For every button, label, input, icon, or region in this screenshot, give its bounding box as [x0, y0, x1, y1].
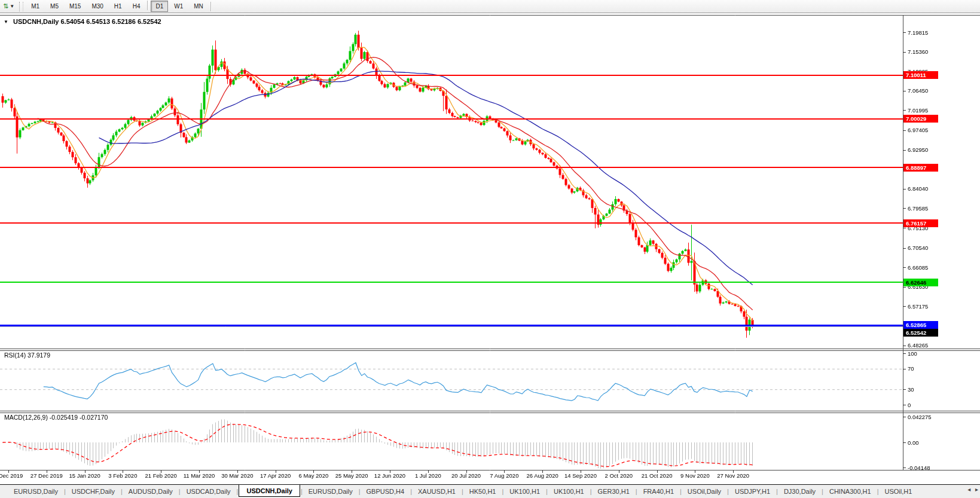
timeframe-button-m1[interactable]: M1 [26, 1, 44, 12]
tab-separator: | [502, 488, 503, 495]
date-axis-label: 2 Oct 2020 [605, 472, 633, 479]
price-axis-tick-label: 7.01995 [908, 107, 928, 114]
tab-separator: | [776, 488, 778, 495]
support-price-tag[interactable]: 6.52865 [903, 321, 938, 329]
current-price-price-tag[interactable]: 6.52542 [903, 329, 938, 337]
tab-separator: | [546, 488, 548, 495]
tab-separator: | [410, 488, 412, 495]
chart-symbol-label: USDCNH,Daily [13, 18, 59, 25]
dropdown-caret-icon[interactable]: ▼ [10, 4, 14, 9]
symbol-dropdown-icon[interactable]: ▼ [4, 19, 8, 25]
tab-separator: | [359, 488, 361, 495]
timeframe-button-mn[interactable]: MN [189, 1, 208, 12]
price-chart-canvas[interactable] [0, 0, 980, 498]
chart-tab[interactable]: CHINA300,H1 [824, 486, 877, 497]
timeframe-button-d1[interactable]: D1 [151, 1, 168, 12]
timeframe-button-m30[interactable]: M30 [87, 1, 108, 12]
price-axis-tick-label: 6.70540 [908, 245, 928, 251]
date-axis-label: 20 Jul 2020 [451, 472, 481, 479]
chart-tab[interactable]: UK100,H1 [548, 486, 590, 497]
price-axis-tick-label: 6.79585 [908, 205, 928, 212]
chart-tab[interactable]: USOil,H1 [880, 486, 918, 497]
tab-separator: | [121, 488, 123, 495]
tab-separator: | [636, 488, 637, 495]
price-axis-tick-label: 7.15360 [908, 48, 928, 55]
timeframe-button-m5[interactable]: M5 [45, 1, 63, 12]
chart-tab[interactable]: USOil,Daily [682, 486, 726, 497]
tab-separator: | [822, 488, 823, 495]
tab-scroll-left-icon[interactable]: ◂ [967, 486, 970, 493]
timeframe-button-h1[interactable]: H1 [109, 1, 127, 12]
date-axis-label: 25 May 2020 [335, 472, 368, 479]
date-axis-label: 15 Jan 2020 [69, 472, 100, 479]
timeframe-button-h4[interactable]: H4 [128, 1, 145, 12]
price-axis-tick-label: 6.92950 [908, 146, 928, 153]
tab-separator: | [64, 488, 66, 495]
tab-separator: | [590, 488, 592, 495]
resistance-price-tag[interactable]: 6.88897 [903, 164, 938, 172]
chart-tab[interactable]: DJ30,Daily [778, 486, 821, 497]
timeframe-buttons: M1M5M15M30H1H4D1W1MN [26, 1, 209, 12]
price-axis-tick-label: 6.97405 [908, 127, 928, 133]
date-axis-label: 21 Feb 2020 [145, 472, 177, 479]
date-axis-label: 3 Feb 2020 [108, 472, 137, 479]
chart-tab[interactable]: UK100,H1 [504, 486, 545, 497]
tab-separator: | [727, 488, 729, 495]
chart-tab[interactable]: USDJPY,H1 [729, 486, 776, 497]
chart-tab[interactable]: USDCAD,Daily [181, 486, 236, 497]
tab-separator: | [237, 488, 239, 495]
price-axis-tick-label: 7.06450 [908, 87, 928, 94]
date-axis-label: 1 Jul 2020 [415, 472, 441, 479]
date-axis-label: 21 Oct 2020 [642, 472, 673, 479]
price-axis-tick-label: 6.57175 [908, 303, 928, 310]
price-axis-tick-label: 6.84040 [908, 185, 928, 192]
chart-tab[interactable]: GER30,H1 [593, 486, 635, 497]
macd-axis-tick-label: -0.04148 [908, 465, 930, 471]
resistance-price-tag[interactable]: 7.00029 [903, 115, 938, 123]
chart-tool-icon[interactable]: ⇅ [3, 2, 8, 10]
chart-tab[interactable]: FRA40,H1 [638, 486, 679, 497]
chart-tab[interactable]: AUDUSD,Daily [123, 486, 178, 497]
date-axis-label: 9 Nov 2020 [680, 472, 710, 479]
date-axis-label: 26 Aug 2020 [527, 472, 558, 479]
date-axis-label: 9 Dec 2019 [0, 472, 23, 479]
rsi-axis-tick-label: 30 [908, 386, 914, 393]
support-price-tag[interactable]: 6.62646 [903, 279, 938, 286]
timeframe-button-m15[interactable]: M15 [65, 1, 86, 12]
price-axis-tick-label: 6.66085 [908, 264, 928, 271]
chart-tab[interactable]: HK50,H1 [464, 486, 502, 497]
chart-tab[interactable]: USDCNH,Daily [239, 484, 300, 497]
toolbar-separator [147, 1, 148, 10]
chart-ohlc-values: 6.54054 6.54513 6.52186 6.52542 [60, 18, 161, 25]
date-axis-label: 30 Mar 2020 [221, 472, 253, 479]
tab-separator: | [301, 488, 303, 495]
chart-tab[interactable]: USDCHF,Daily [66, 486, 120, 497]
toolbar-separator [210, 2, 212, 11]
mt4-chart-window: { "toolbar": { "timeframes": ["M1","M5",… [0, 0, 980, 498]
date-axis-label: 27 Nov 2020 [717, 472, 749, 479]
date-axis-label: 11 Mar 2020 [184, 472, 215, 479]
chart-tab[interactable]: XAUUSD,H1 [413, 486, 461, 497]
rsi-indicator-label: RSI(14) 37.9179 [4, 352, 50, 359]
chart-tab[interactable]: EURUSD,Daily [8, 486, 63, 497]
resistance-price-tag[interactable]: 7.10011 [903, 71, 938, 79]
rsi-axis-tick-label: 0 [908, 402, 911, 408]
timeframe-button-w1[interactable]: W1 [169, 1, 188, 12]
rsi-axis-tick-label: 100 [908, 350, 917, 357]
macd-axis-tick-label: 0.00 [908, 439, 919, 446]
tab-separator: | [462, 488, 463, 495]
price-axis-tick-label: 6.48265 [908, 342, 928, 349]
date-axis-label: 27 Dec 2019 [30, 472, 63, 479]
timeframes-toolbar: ⇅ ▼ M1M5M15M30H1H4D1W1MN [0, 0, 980, 13]
toolbar-separator [19, 2, 23, 11]
macd-indicator-label: MACD(12,26,9) -0.025419 -0.027170 [4, 414, 108, 421]
date-axis-label: 7 Aug 2020 [490, 472, 518, 479]
chart-title: ▼ USDCNH,Daily 6.54054 6.54513 6.52186 6… [4, 18, 161, 25]
chart-tab[interactable]: GBPUSD,H4 [361, 486, 410, 497]
chart-tab[interactable]: EURUSD,Daily [303, 486, 358, 497]
tab-separator: | [877, 488, 879, 495]
resistance-price-tag[interactable]: 6.76157 [903, 219, 938, 227]
rsi-axis-tick-label: 70 [908, 365, 914, 372]
tab-scroll-right-icon[interactable]: ▸ [975, 486, 978, 493]
macd-axis-tick-label: 0.042275 [908, 414, 932, 420]
